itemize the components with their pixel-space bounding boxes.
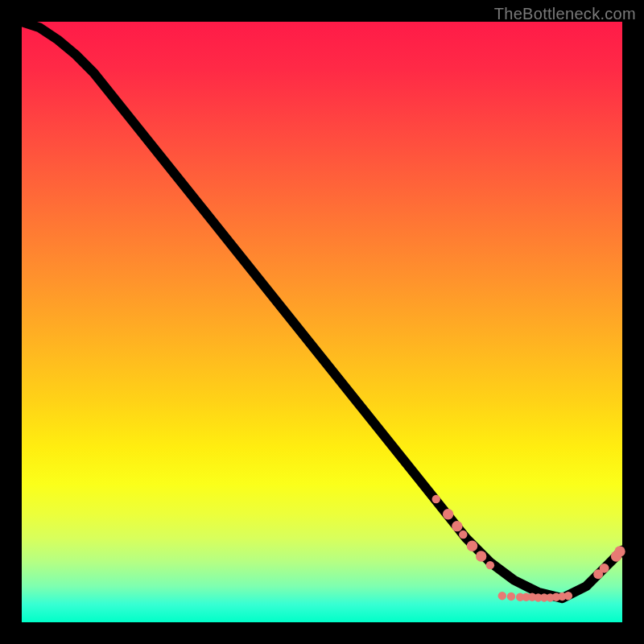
chart-svg: [22, 22, 622, 622]
chart-stage: TheBottleneck.com: [0, 0, 644, 644]
data-point: [459, 530, 467, 539]
data-point: [614, 546, 625, 556]
data-point: [600, 564, 609, 573]
data-point: [476, 551, 486, 561]
plot-area: [22, 22, 622, 622]
data-point: [564, 592, 572, 600]
data-point: [498, 592, 506, 600]
data-point: [443, 509, 453, 519]
data-point: [432, 495, 440, 503]
data-point: [467, 541, 477, 551]
data-point: [486, 561, 494, 569]
data-point: [507, 592, 515, 601]
curve-line: [22, 22, 622, 598]
watermark-text: TheBottleneck.com: [494, 5, 636, 23]
data-point: [452, 521, 462, 531]
